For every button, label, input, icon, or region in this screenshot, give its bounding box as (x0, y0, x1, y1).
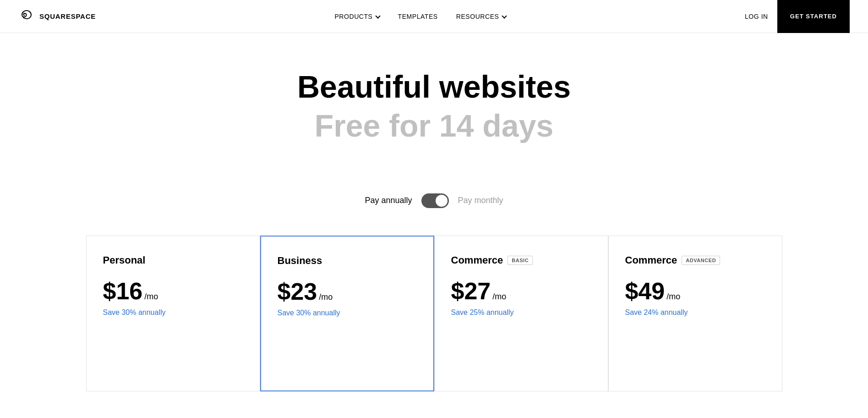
personal-plan-card: Personal $16 /mo Save 30% annually (86, 236, 260, 391)
nav-right: LOG IN GET STARTED (745, 0, 850, 33)
pay-annually-label: Pay annually (365, 196, 412, 205)
hero-section: Beautiful websites Free for 14 days (0, 33, 868, 170)
login-button[interactable]: LOG IN (745, 13, 768, 20)
personal-plan-name: Personal (103, 254, 243, 266)
commerce-advanced-plan-price: $49 /mo (625, 277, 765, 305)
pricing-section: Personal $16 /mo Save 30% annually BEST … (0, 236, 868, 391)
business-plan-savings: Save 30% annually (278, 309, 417, 317)
products-chevron-icon (375, 13, 380, 18)
commerce-basic-plan-price: $27 /mo (451, 277, 591, 305)
nav-templates[interactable]: TEMPLATES (398, 13, 438, 20)
commerce-basic-plan-card: Commerce BASIC $27 /mo Save 25% annually (434, 236, 608, 391)
commerce-advanced-plan-savings: Save 24% annually (625, 308, 765, 317)
business-plan-featured-wrapper: BEST VALUE Business $23 /mo Save 30% ann… (260, 236, 434, 391)
nav-center: PRODUCTS TEMPLATES RESOURCES (334, 13, 506, 20)
commerce-basic-plan-name: Commerce BASIC (451, 254, 591, 266)
squarespace-logo-icon (18, 8, 35, 25)
commerce-advanced-plan-name: Commerce ADVANCED (625, 254, 765, 266)
billing-toggle-area: Pay annually Pay monthly (0, 193, 868, 208)
navbar: SQUARESPACE PRODUCTS TEMPLATES RESOURCES… (0, 0, 868, 33)
business-plan-price: $23 /mo (278, 278, 417, 305)
resources-chevron-icon (502, 13, 507, 18)
personal-plan-savings: Save 30% annually (103, 308, 243, 317)
nav-products[interactable]: PRODUCTS (334, 13, 379, 20)
toggle-thumb (436, 195, 448, 207)
personal-plan-price: $16 /mo (103, 277, 243, 305)
commerce-basic-plan-savings: Save 25% annually (451, 308, 591, 317)
hero-title: Beautiful websites (18, 70, 850, 104)
business-plan-name: Business (278, 255, 417, 267)
billing-toggle[interactable] (421, 193, 449, 208)
commerce-advanced-plan-card: Commerce ADVANCED $49 /mo Save 24% annua… (608, 236, 782, 391)
nav-resources[interactable]: RESOURCES (456, 13, 506, 20)
business-plan-card: Business $23 /mo Save 30% annually (260, 236, 434, 391)
hero-subtitle: Free for 14 days (18, 109, 850, 143)
pay-monthly-label: Pay monthly (458, 196, 503, 205)
logo-text: SQUARESPACE (39, 12, 96, 20)
get-started-button[interactable]: GET STARTED (777, 0, 850, 33)
logo-area: SQUARESPACE (18, 8, 96, 25)
